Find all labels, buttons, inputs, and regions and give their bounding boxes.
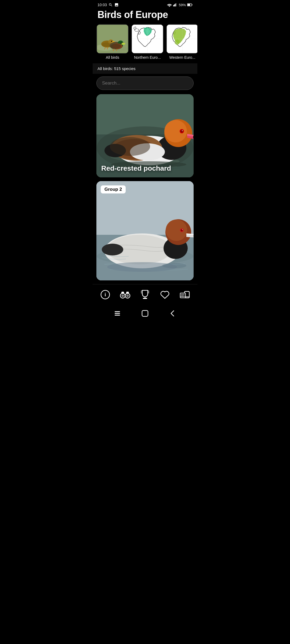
category-label-western-euro: Western Euro...: [169, 55, 195, 60]
featured-bird-card[interactable]: Red-crested pochard: [96, 94, 194, 177]
nav-trophy-button[interactable]: [138, 288, 152, 302]
svg-point-74: [121, 294, 124, 297]
battery-icon: [187, 3, 193, 6]
svg-point-24: [110, 44, 121, 49]
svg-text:i: i: [104, 292, 106, 297]
western-europe-map: [167, 25, 197, 53]
image-icon: [114, 3, 119, 7]
svg-point-76: [126, 294, 129, 297]
svg-rect-77: [121, 292, 124, 294]
svg-point-70: [162, 263, 186, 268]
category-label-northern-euro: Northern Euro...: [134, 55, 161, 60]
wifi-icon: [167, 3, 172, 7]
app-title: Birds of Europe: [93, 8, 197, 24]
svg-rect-6: [187, 4, 190, 6]
featured-bird-name: Red-crested pochard: [101, 164, 171, 173]
status-time: 10:03: [97, 3, 107, 7]
svg-point-65: [181, 229, 183, 232]
home-icon: [142, 310, 148, 317]
svg-rect-90: [115, 313, 120, 314]
binoculars-icon: [120, 290, 130, 299]
search-input[interactable]: [96, 76, 194, 90]
svg-point-63: [166, 219, 187, 241]
category-card-western-euro[interactable]: Western Euro...: [166, 24, 197, 60]
svg-point-50: [182, 130, 183, 131]
svg-rect-89: [115, 311, 120, 312]
back-button[interactable]: [168, 309, 177, 318]
svg-rect-80: [143, 298, 147, 299]
nav-info-button[interactable]: i: [98, 288, 112, 302]
search-container: [93, 76, 197, 94]
home-button[interactable]: [140, 309, 150, 318]
svg-rect-91: [115, 315, 120, 316]
ducks-illustration: [97, 25, 128, 53]
category-label-all-birds: All birds: [106, 55, 119, 60]
nav-devices-button[interactable]: [178, 288, 192, 302]
all-birds-count: All birds: 515 species: [93, 63, 197, 74]
svg-point-66: [182, 229, 183, 230]
svg-rect-0: [173, 5, 174, 6]
recent-apps-icon: [114, 310, 121, 317]
bottom-nav: i: [93, 284, 197, 306]
back-icon: [170, 310, 175, 317]
search-icon: [108, 3, 113, 7]
svg-point-49: [180, 130, 183, 133]
svg-point-68: [102, 244, 123, 255]
system-nav: [93, 306, 197, 322]
info-icon: i: [100, 290, 110, 299]
svg-rect-5: [192, 4, 192, 6]
status-right: 59%: [167, 3, 193, 7]
category-row: All birds Northern: [93, 24, 197, 63]
svg-rect-2: [175, 3, 176, 6]
group-badge: Group 2: [101, 185, 126, 193]
svg-rect-1: [174, 4, 175, 6]
group2-photo: [96, 181, 194, 280]
trophy-icon: [141, 290, 149, 299]
svg-rect-3: [176, 3, 177, 6]
devices-icon: [180, 290, 190, 299]
battery-percent: 59%: [179, 3, 186, 7]
svg-rect-78: [126, 292, 129, 294]
svg-point-13: [111, 41, 112, 42]
heart-icon: [160, 290, 170, 299]
category-card-all-birds[interactable]: All birds: [96, 24, 129, 60]
northern-europe-map: [132, 25, 163, 53]
all-birds-thumbnail: [96, 24, 129, 54]
recent-apps-button[interactable]: [113, 309, 122, 318]
western-euro-thumbnail: [166, 24, 197, 54]
svg-point-21: [121, 43, 122, 43]
svg-rect-92: [142, 310, 148, 316]
northern-euro-thumbnail: [131, 24, 164, 54]
nav-favorites-button[interactable]: [158, 288, 172, 302]
category-card-northern-euro[interactable]: Northern Euro...: [131, 24, 164, 60]
status-bar: 10:03 59%: [93, 0, 197, 8]
nav-binoculars-button[interactable]: [118, 288, 132, 302]
group-card[interactable]: Group 2: [96, 181, 194, 280]
svg-point-53: [110, 137, 150, 156]
signal-icon: [173, 3, 177, 7]
